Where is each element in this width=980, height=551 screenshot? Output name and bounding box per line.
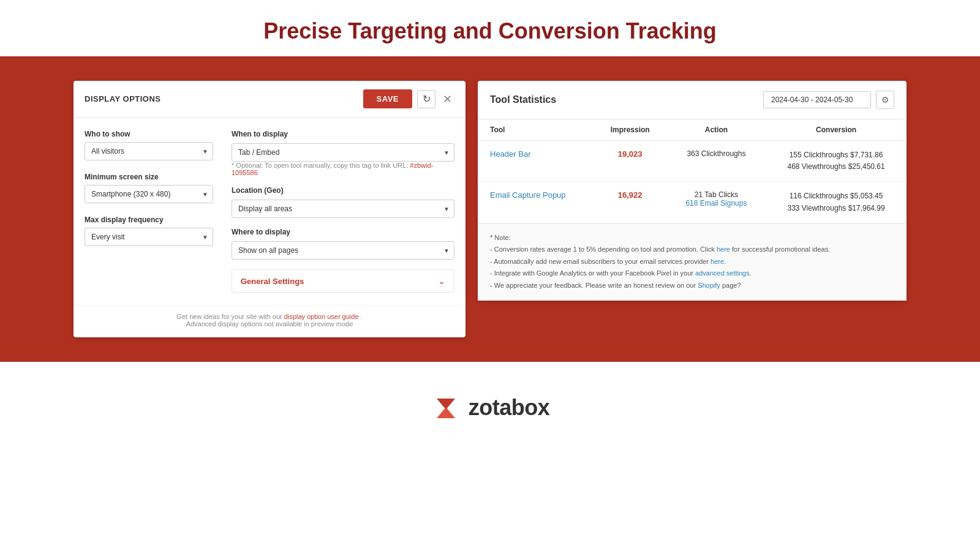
left-column: Who to show All visitors New visitors Re… xyxy=(85,130,213,293)
save-button[interactable]: SAVE xyxy=(363,89,412,108)
page-title: Precise Targeting and Conversion Trackin… xyxy=(0,18,980,44)
note1: - Conversion rates average 1 to 5% depen… xyxy=(490,244,894,255)
table-row: Email Capture Popup 16,922 21 Tab Clicks… xyxy=(478,182,907,223)
location-select-wrapper: Display all areas Specific country Speci… xyxy=(232,200,454,218)
when-to-display-select-wrapper: Tab / Embed On scroll On exit ▼ xyxy=(232,143,454,162)
conversion-cell: 116 Clickthroughs $5,053.45 333 Viewthro… xyxy=(766,182,907,223)
display-option-guide-link[interactable]: display option user guide xyxy=(284,313,361,320)
stats-date-range: ⚙ xyxy=(763,91,894,109)
accordion-title: General Settings xyxy=(241,277,304,286)
min-screen-label: Minimum screen size xyxy=(85,173,213,181)
when-to-display-label: When to display xyxy=(232,130,454,138)
when-to-display-select[interactable]: Tab / Embed On scroll On exit xyxy=(232,143,454,162)
where-to-display-select[interactable]: Show on all pages Specific pages Homepag… xyxy=(232,241,454,260)
svg-marker-1 xyxy=(437,407,455,418)
accordion-header[interactable]: General Settings ⌄ xyxy=(232,270,454,292)
stats-table: Tool Impression Action Conversion Header… xyxy=(478,119,907,223)
min-screen-select[interactable]: Smartphone (320 x 480) Tablet (768 x 102… xyxy=(85,185,213,203)
email-signups: 618 Email Signups xyxy=(685,199,747,208)
refresh-button[interactable]: ↻ xyxy=(417,90,435,108)
display-options-panel: DISPLAY OPTIONS SAVE ↻ ✕ Who to show All… xyxy=(74,81,466,337)
conversion-link[interactable]: here xyxy=(717,246,730,253)
advanced-settings-link[interactable]: advanced settings xyxy=(695,269,750,277)
right-column: When to display Tab / Embed On scroll On… xyxy=(232,130,454,293)
close-button[interactable]: ✕ xyxy=(440,92,454,106)
when-to-display-group: When to display Tab / Embed On scroll On… xyxy=(232,130,454,176)
panel-header-actions: SAVE ↻ ✕ xyxy=(363,89,454,108)
location-select[interactable]: Display all areas Specific country Speci… xyxy=(232,200,454,218)
where-to-display-group: Where to display Show on all pages Speci… xyxy=(232,228,454,260)
chevron-down-icon: ⌄ xyxy=(438,276,445,286)
max-frequency-group: Max display frequency Every visit Once p… xyxy=(85,216,213,246)
stats-notes: * Note: - Conversion rates average 1 to … xyxy=(478,223,907,301)
conversion-cell: 155 Clickthroughs $7,731.86 468 Viewthro… xyxy=(766,141,907,182)
footer-text2: Advanced display options not available i… xyxy=(85,320,454,328)
col-impression: Impression xyxy=(594,119,667,141)
who-to-show-select[interactable]: All visitors New visitors Returning visi… xyxy=(85,142,213,160)
email-provider-link[interactable]: here xyxy=(710,258,724,265)
zotabox-logo-icon xyxy=(431,392,461,423)
optional-note: * Optional: To open tool manually, copy … xyxy=(232,162,454,176)
date-range-input[interactable] xyxy=(763,91,871,108)
action-text: 363 Clickthroughs xyxy=(687,149,745,158)
note2: - Automatically add new email subscriber… xyxy=(490,257,894,267)
table-row: Header Bar 19,023 363 Clickthroughs 155 … xyxy=(478,141,907,182)
min-screen-select-wrapper: Smartphone (320 x 480) Tablet (768 x 102… xyxy=(85,185,213,203)
bottom-section: zotabox xyxy=(0,362,980,454)
gear-button[interactable]: ⚙ xyxy=(876,91,894,109)
impression-count: 16,922 xyxy=(618,190,643,200)
col-conversion: Conversion xyxy=(766,119,907,141)
red-section: DISPLAY OPTIONS SAVE ↻ ✕ Who to show All… xyxy=(0,56,980,362)
action-cell: 363 Clickthroughs xyxy=(667,141,766,182)
statistics-panel: Tool Statistics ⚙ Tool Impression Action… xyxy=(478,81,907,301)
panel-title: DISPLAY OPTIONS xyxy=(85,94,161,103)
impression-count: 19,023 xyxy=(618,149,643,159)
header-bar-link[interactable]: Header Bar xyxy=(490,149,530,159)
where-to-display-select-wrapper: Show on all pages Specific pages Homepag… xyxy=(232,241,454,260)
max-frequency-select-wrapper: Every visit Once per day Once per week ▼ xyxy=(85,228,213,246)
max-frequency-label: Max display frequency xyxy=(85,216,213,224)
table-header-row: Tool Impression Action Conversion xyxy=(478,119,907,141)
logo-container: zotabox xyxy=(431,392,550,423)
where-to-display-label: Where to display xyxy=(232,228,454,236)
impression-cell: 16,922 xyxy=(594,182,667,223)
col-action: Action xyxy=(667,119,766,141)
page-header: Precise Targeting and Conversion Trackin… xyxy=(0,0,980,56)
who-to-show-select-wrapper: All visitors New visitors Returning visi… xyxy=(85,142,213,160)
panel-body: Who to show All visitors New visitors Re… xyxy=(74,118,466,305)
impression-cell: 19,023 xyxy=(594,141,667,182)
panel-header: DISPLAY OPTIONS SAVE ↻ ✕ xyxy=(74,81,466,118)
tool-name-cell: Email Capture Popup xyxy=(478,182,594,223)
location-group: Location (Geo) Display all areas Specifi… xyxy=(232,186,454,218)
who-to-show-label: Who to show xyxy=(85,130,213,138)
who-to-show-group: Who to show All visitors New visitors Re… xyxy=(85,130,213,160)
tool-name-cell: Header Bar xyxy=(478,141,594,182)
note-star: * Note: xyxy=(490,233,894,243)
panel-footer: Get new ideas for your site with our dis… xyxy=(74,305,466,337)
action-cell: 21 Tab Clicks 618 Email Signups xyxy=(667,182,766,223)
general-settings-accordion[interactable]: General Settings ⌄ xyxy=(232,269,454,293)
conversion-text: 155 Clickthroughs $7,731.86 468 Viewthro… xyxy=(778,149,894,173)
min-screen-group: Minimum screen size Smartphone (320 x 48… xyxy=(85,173,213,203)
logo-text: zotabox xyxy=(469,395,550,421)
location-label: Location (Geo) xyxy=(232,186,454,195)
note4: - We appreciate your feedback. Please wr… xyxy=(490,280,894,291)
footer-text: Get new ideas for your site with our dis… xyxy=(85,313,454,320)
max-frequency-select[interactable]: Every visit Once per day Once per week xyxy=(85,228,213,246)
conversion-text: 116 Clickthroughs $5,053.45 333 Viewthro… xyxy=(778,190,894,214)
action-text: 21 Tab Clicks 618 Email Signups xyxy=(679,190,754,208)
email-capture-popup-link[interactable]: Email Capture Popup xyxy=(490,190,566,200)
col-tool: Tool xyxy=(478,119,594,141)
shopify-link[interactable]: Shopify xyxy=(698,282,720,289)
stats-header: Tool Statistics ⚙ xyxy=(478,81,907,119)
stats-title: Tool Statistics xyxy=(490,94,556,105)
note3: - Integrate with Google Analytics or wit… xyxy=(490,268,894,279)
